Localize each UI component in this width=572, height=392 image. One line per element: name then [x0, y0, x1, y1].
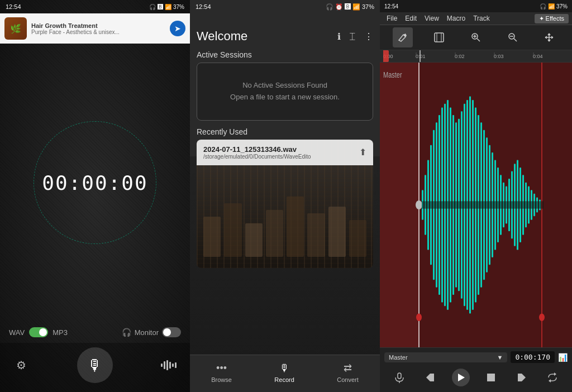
translate-icon[interactable]: ⌶ [350, 31, 355, 41]
active-sessions-title: Active Sessions [190, 48, 380, 63]
file-info: 2024-07-11_125313346.wav /storage/emulat… [203, 145, 311, 160]
info-icon[interactable]: ℹ [337, 31, 341, 42]
waveform-button[interactable] [159, 355, 179, 375]
svg-line-14 [514, 39, 517, 41]
svg-rect-4 [172, 364, 174, 367]
menu-track[interactable]: Track [470, 13, 493, 23]
svg-rect-1 [164, 361, 165, 369]
zoom-in-tool[interactable] [466, 27, 486, 47]
recently-used-title: Recently Used [190, 121, 380, 140]
browse-icon: ••• [216, 362, 227, 374]
more-icon[interactable]: ⋮ [364, 31, 373, 42]
nav-convert[interactable]: ⇄ Convert [328, 360, 368, 385]
advertisement-banner[interactable]: 🌿 Hair Growth Treatment Purple Face - Ae… [0, 13, 190, 44]
svg-rect-71 [430, 374, 434, 381]
track-selector-arrow: ▼ [497, 354, 503, 361]
settings-button[interactable]: ⚙ [11, 355, 31, 375]
svg-marker-77 [549, 379, 551, 383]
share-icon[interactable]: ⬆ [359, 147, 366, 157]
ad-arrow-icon[interactable]: ➤ [170, 21, 185, 36]
mp3-label: MP3 [53, 328, 68, 337]
ruler-mark-4: 0:04 [533, 54, 543, 59]
record-button[interactable]: 🎙 [77, 347, 113, 383]
recorder-main-area: 00:00:00 [0, 44, 190, 322]
no-sessions-text: No Active Sessions Found Open a file to … [204, 80, 366, 103]
format-row: WAV MP3 🎧 Monitor [0, 322, 190, 343]
track-selector-name: Master [389, 354, 408, 361]
move-tool[interactable] [539, 27, 559, 47]
clock-icon-p2: ⏰ [335, 3, 343, 10]
wifi-icon-p3: 📶 [548, 3, 555, 9]
svg-marker-76 [554, 372, 556, 376]
active-sessions-box: No Active Sessions Found Open a file to … [197, 63, 373, 121]
svg-line-10 [477, 39, 480, 41]
loop-button[interactable] [544, 369, 561, 386]
wav-toggle[interactable] [29, 327, 48, 337]
no-sessions-line2: Open a file to start a new session. [204, 92, 366, 103]
status-time-p3: 12:54 [384, 3, 398, 9]
svg-rect-2 [166, 360, 168, 370]
no-sessions-line1: No Active Sessions Found [204, 80, 366, 92]
transport-bar: Master ▼ 0:00:170 📊 [380, 347, 572, 366]
file-path: /storage/emulated/0/Documents/WaveEdito [203, 154, 311, 160]
svg-rect-3 [169, 362, 171, 369]
skip-back-button[interactable] [421, 369, 439, 386]
browse-label: Browse [211, 376, 232, 383]
menu-view[interactable]: View [421, 13, 442, 23]
menu-edit[interactable]: Edit [402, 13, 420, 23]
battery-p1: 37% [173, 4, 184, 10]
mic-button[interactable] [390, 369, 408, 386]
recorder-bottom-bar: ⚙ 🎙 [0, 343, 190, 392]
menu-macro[interactable]: Macro [444, 13, 469, 23]
track-selector[interactable]: Master ▼ [384, 352, 507, 362]
wifi-icon-p1: 📶 [165, 4, 171, 10]
menu-file[interactable]: File [383, 13, 401, 23]
battery-p2: 37% [362, 3, 374, 10]
file-name: 2024-07-11_125313346.wav [203, 145, 311, 154]
ruler-mark-2: 0:02 [455, 54, 465, 59]
zoom-out-tool[interactable] [503, 27, 523, 47]
tool-bar [380, 25, 572, 50]
monitor-toggle[interactable] [162, 327, 181, 337]
convert-label: Convert [337, 376, 359, 383]
effects-tab[interactable]: ✦ Effects [535, 14, 569, 23]
stop-button[interactable] [482, 369, 500, 386]
ruler-playhead [420, 50, 421, 62]
bluetooth-icon-p1: 🅱 [158, 4, 163, 10]
skip-forward-button[interactable] [513, 369, 531, 386]
file-card-header: 2024-07-11_125313346.wav /storage/emulat… [197, 140, 373, 165]
svg-point-66 [416, 314, 422, 321]
recent-file-card[interactable]: 2024-07-11_125313346.wav /storage/emulat… [197, 140, 373, 268]
trim-tool[interactable] [429, 27, 449, 47]
svg-marker-72 [458, 374, 465, 381]
headphone-icon-monitor: 🎧 [122, 328, 131, 337]
svg-point-67 [539, 314, 545, 321]
svg-rect-73 [487, 374, 495, 381]
header-icons: ℹ ⌶ ⋮ [337, 31, 373, 42]
headphone-icon-p3: 🎧 [540, 3, 546, 9]
play-button[interactable] [452, 369, 470, 386]
status-bar-panel3: 12:54 🎧 📶 37% [380, 0, 572, 12]
start-marker [383, 50, 389, 62]
ad-icon-symbol: 🌿 [10, 23, 21, 34]
nav-browse[interactable]: ••• Browse [202, 360, 241, 385]
svg-marker-70 [426, 374, 430, 381]
status-time-p2: 12:54 [196, 3, 211, 10]
voice-recorder-panel: 12:54 🎧 🅱 📶 37% 🌿 Hair Growth Treatment … [0, 0, 190, 392]
draw-tool[interactable] [393, 27, 413, 47]
format-left-group: WAV MP3 [9, 327, 68, 337]
track-waveform-bg: Master [380, 63, 572, 347]
chart-icon[interactable]: 📊 [558, 353, 568, 362]
ruler-mark-3: 0:03 [494, 54, 504, 59]
status-bar-panel2: 12:54 🎧 ⏰ 🅱 📶 37% [190, 0, 380, 13]
battery-p3: 37% [556, 3, 568, 9]
mixer-visual [197, 190, 373, 257]
wifi-icon-p2: 📶 [352, 3, 360, 10]
svg-rect-17 [380, 63, 419, 347]
bluetooth-icon-p2: 🅱 [345, 3, 351, 10]
svg-rect-6 [435, 33, 444, 42]
svg-rect-75 [518, 374, 522, 381]
record-label: Record [274, 376, 294, 383]
nav-record[interactable]: 🎙 Record [265, 360, 303, 385]
ad-text-block: Hair Growth Treatment Purple Face - Aest… [31, 22, 165, 35]
